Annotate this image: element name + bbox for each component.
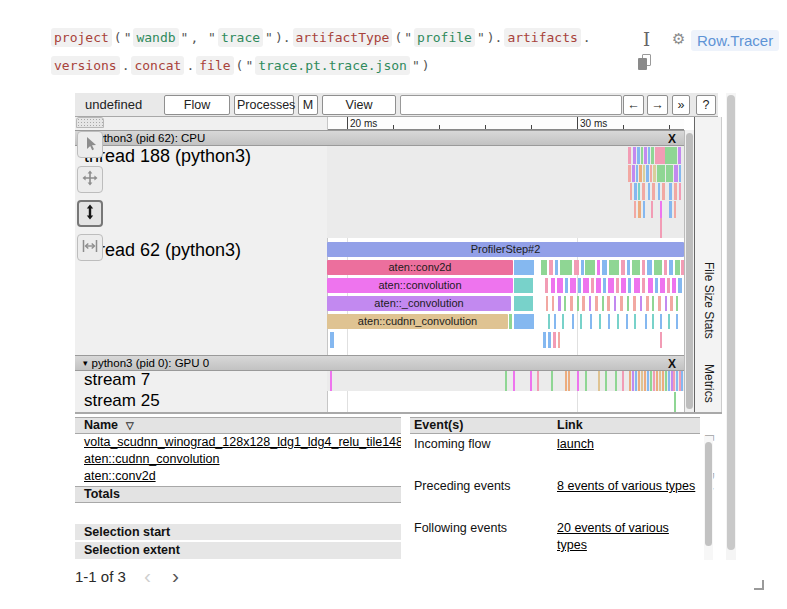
trace-slice[interactable]	[666, 165, 673, 182]
trace-slice[interactable]	[647, 371, 649, 391]
trace-slice[interactable]	[632, 371, 634, 391]
trace-slice[interactable]	[577, 371, 579, 391]
trace-slice[interactable]	[548, 332, 551, 348]
trace-slice[interactable]	[574, 260, 579, 275]
trace-slice[interactable]	[652, 183, 655, 200]
trace-slice[interactable]	[549, 260, 553, 275]
toolbar-button-processes[interactable]: Processes	[234, 95, 294, 115]
trace-slice[interactable]	[632, 260, 640, 275]
trace-slice[interactable]	[679, 165, 681, 182]
trace-slice[interactable]	[577, 296, 579, 311]
events-scrollbar-thumb[interactable]	[705, 442, 712, 546]
trace-slice[interactable]	[676, 296, 678, 311]
trace-slice[interactable]	[657, 165, 665, 182]
trace-slice[interactable]	[674, 201, 676, 218]
trace-slice[interactable]	[660, 332, 662, 348]
trace-slice[interactable]	[570, 296, 573, 311]
trace-slice[interactable]	[652, 314, 654, 329]
trace-slice[interactable]	[673, 371, 675, 391]
trace-slice[interactable]	[665, 371, 667, 391]
trace-slice[interactable]	[642, 183, 645, 200]
trace-slice[interactable]	[628, 165, 631, 182]
trace-slice[interactable]	[674, 183, 677, 200]
trace-slice[interactable]	[656, 371, 658, 391]
timeline-scrollbar-thumb[interactable]	[686, 133, 693, 409]
sidebar-tab-file-size-stats[interactable]: File Size Stats	[702, 262, 716, 339]
event-link[interactable]: 8 events of various types	[557, 478, 695, 495]
copy-icon[interactable]	[638, 54, 654, 71]
trace-slice[interactable]	[654, 260, 662, 275]
trace-slice[interactable]	[564, 296, 566, 311]
zoom-tool-button[interactable]	[77, 200, 103, 227]
trace-slice[interactable]	[675, 260, 680, 275]
trace-slice[interactable]	[653, 165, 656, 182]
trace-slice[interactable]	[676, 314, 678, 329]
trace-slice[interactable]	[616, 278, 619, 293]
name-link[interactable]: aten::cudnn_convolution	[84, 452, 220, 466]
trace-slice[interactable]	[641, 371, 643, 391]
trace-slice[interactable]	[562, 314, 564, 329]
trace-slice[interactable]	[578, 278, 581, 293]
trace-slice[interactable]	[638, 201, 641, 218]
trace-slice[interactable]	[598, 371, 600, 391]
trace-slice[interactable]	[614, 296, 616, 311]
trace-slice[interactable]	[664, 260, 667, 275]
tab-undefined[interactable]: undefined	[85, 97, 142, 112]
trace-slice[interactable]	[650, 165, 652, 182]
toolbar-button-view-options[interactable]: View Options	[322, 95, 396, 115]
query-expression[interactable]: project("wandb", "trace").artifactType("…	[50, 24, 625, 80]
trace-slice[interactable]	[652, 296, 654, 311]
trace-slice[interactable]	[658, 296, 661, 311]
trace-slice[interactable]	[620, 296, 623, 311]
trace-slice[interactable]	[655, 147, 665, 164]
trace-slice[interactable]	[554, 314, 556, 329]
trace-slice[interactable]	[646, 165, 649, 182]
palette-drag-handle[interactable]	[76, 117, 104, 128]
outer-scrollbar-thumb[interactable]	[727, 95, 735, 550]
trace-slice[interactable]	[632, 165, 635, 182]
trace-slice[interactable]	[595, 296, 598, 311]
trace-slice[interactable]	[662, 183, 665, 200]
trace-span-profilerstep-2[interactable]: ProfilerStep#2	[327, 242, 684, 257]
panel-type-selector[interactable]: Row.Tracer	[691, 30, 779, 51]
prev-page-icon[interactable]: ‹	[144, 564, 151, 588]
trace-slice[interactable]	[658, 183, 660, 200]
toolbar-button-flow-events[interactable]: Flow events	[164, 95, 230, 115]
trace-slice[interactable]	[514, 260, 534, 275]
trace-slice[interactable]	[648, 147, 650, 164]
trace-slice[interactable]	[627, 260, 630, 275]
trace-slice[interactable]	[558, 332, 560, 348]
trace-slice[interactable]	[580, 314, 582, 329]
trace-slice[interactable]	[651, 147, 654, 164]
trace-slice[interactable]	[596, 278, 601, 293]
trace-slice[interactable]	[634, 278, 640, 293]
trace-slice[interactable]	[681, 371, 683, 391]
trace-slice[interactable]	[639, 165, 642, 182]
trace-slice[interactable]	[608, 314, 610, 329]
trace-slice[interactable]	[674, 165, 678, 182]
trace-slice[interactable]	[546, 296, 548, 311]
text-cursor-icon[interactable]: I	[643, 29, 650, 50]
trace-slice[interactable]	[648, 183, 650, 200]
trace-slice[interactable]	[633, 147, 636, 164]
trace-slice[interactable]	[602, 260, 607, 275]
trace-slice[interactable]	[568, 371, 570, 391]
trace-slice[interactable]	[615, 371, 617, 391]
trace-slice[interactable]	[552, 296, 554, 311]
trace-slice[interactable]	[638, 183, 640, 200]
trace-slice[interactable]	[514, 278, 533, 293]
trace-slice[interactable]	[582, 296, 585, 311]
trace-slice[interactable]	[634, 201, 636, 218]
trace-slice[interactable]	[636, 165, 638, 182]
trace-slice[interactable]	[541, 260, 547, 275]
sort-icon[interactable]: ▽	[126, 420, 134, 431]
trace-slice[interactable]	[670, 296, 673, 311]
trace-slice[interactable]	[659, 371, 661, 391]
trace-slice[interactable]	[630, 183, 632, 200]
trace-slice[interactable]	[634, 183, 637, 200]
pan-tool-button[interactable]	[77, 166, 103, 193]
trace-slice[interactable]	[530, 371, 532, 391]
trace-slice[interactable]	[642, 278, 645, 293]
trace-slice[interactable]	[597, 260, 600, 275]
toolbar-button-[interactable]: ?	[696, 95, 716, 115]
